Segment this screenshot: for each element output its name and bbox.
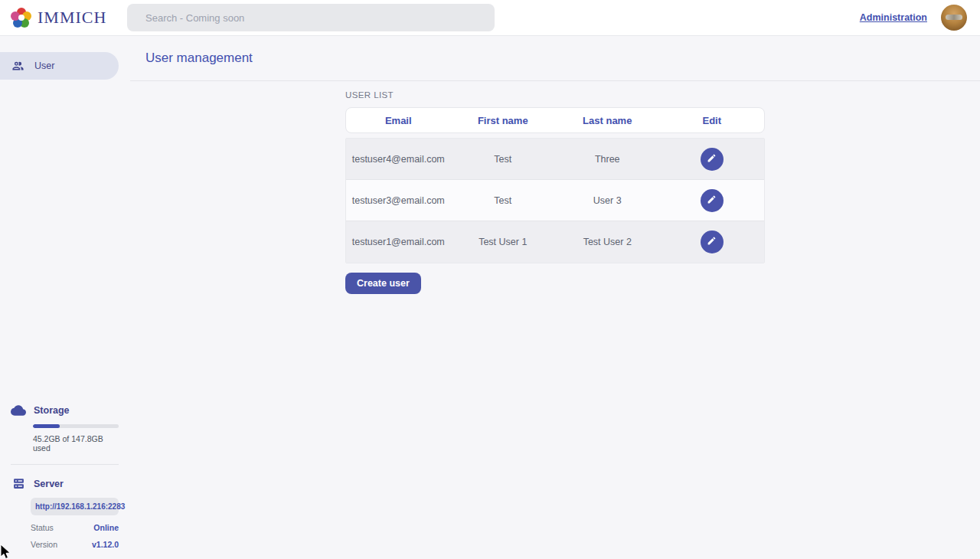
edit-user-button[interactable] [701, 189, 724, 212]
cell-email: testuser4@email.com [346, 154, 451, 165]
main-content: User management USER LIST Email First na… [130, 36, 980, 559]
table-row: testuser3@email.com Test User 3 [346, 180, 764, 221]
server-version-value: v1.12.0 [92, 540, 119, 549]
server-status-value: Online [93, 523, 119, 532]
table-row: testuser4@email.com Test Three [346, 139, 764, 180]
user-list-label: USER LIST [345, 90, 765, 100]
column-header-last-name: Last name [555, 115, 660, 126]
title-bar: User management [130, 36, 980, 81]
sidebar-divider [11, 464, 119, 465]
sidebar-status-panel: Storage 45.2GB of 147.8GB used [0, 403, 119, 559]
cell-last-name: Three [555, 154, 660, 165]
page-title: User management [145, 51, 253, 66]
pencil-icon [707, 236, 717, 248]
storage-progress-fill [33, 424, 60, 428]
pencil-icon [707, 195, 717, 207]
edit-user-button[interactable] [701, 230, 724, 253]
user-table-header: Email First name Last name Edit [345, 107, 765, 133]
server-url-badge: http://192.168.1.216:2283 [31, 498, 119, 515]
cell-first-name: Test User 1 [451, 237, 556, 247]
avatar[interactable] [941, 5, 967, 31]
cell-last-name: User 3 [555, 195, 660, 206]
server-icon [11, 477, 26, 490]
edit-user-button[interactable] [701, 148, 724, 171]
cloud-icon [11, 403, 26, 418]
sidebar: User Storage 45.2GB of 147.8GB used [0, 36, 130, 559]
server-title: Server [34, 479, 64, 489]
mouse-cursor [0, 544, 12, 559]
pencil-icon [707, 153, 717, 165]
server-version-label: Version [31, 540, 57, 549]
server-status-label: Status [31, 523, 54, 532]
cell-last-name: Test User 2 [555, 237, 660, 247]
immich-logo: IMMICH [0, 8, 127, 28]
column-header-first-name: First name [451, 115, 556, 126]
table-row: testuser1@email.com Test User 1 Test Use… [346, 221, 764, 263]
search-input[interactable] [127, 4, 495, 31]
sidebar-item-user[interactable]: User [0, 52, 119, 80]
storage-usage-text: 45.2GB of 147.8GB used [33, 434, 119, 453]
create-user-button[interactable]: Create user [345, 273, 421, 294]
brand-text: IMMICH [38, 8, 106, 28]
cell-email: testuser1@email.com [346, 237, 451, 247]
sidebar-item-label: User [34, 60, 54, 71]
storage-progress-bar [33, 424, 119, 428]
top-bar: IMMICH Administration [0, 0, 980, 36]
cell-first-name: Test [451, 154, 556, 165]
storage-title: Storage [34, 405, 70, 416]
column-header-email: Email [346, 115, 451, 126]
column-header-edit: Edit [660, 115, 765, 126]
cell-email: testuser3@email.com [346, 195, 451, 206]
users-icon [11, 60, 24, 73]
cell-first-name: Test [451, 195, 556, 206]
user-table-body: testuser4@email.com Test Three testuser3… [345, 138, 765, 263]
administration-link[interactable]: Administration [860, 12, 927, 23]
immich-flower-icon [11, 8, 31, 28]
